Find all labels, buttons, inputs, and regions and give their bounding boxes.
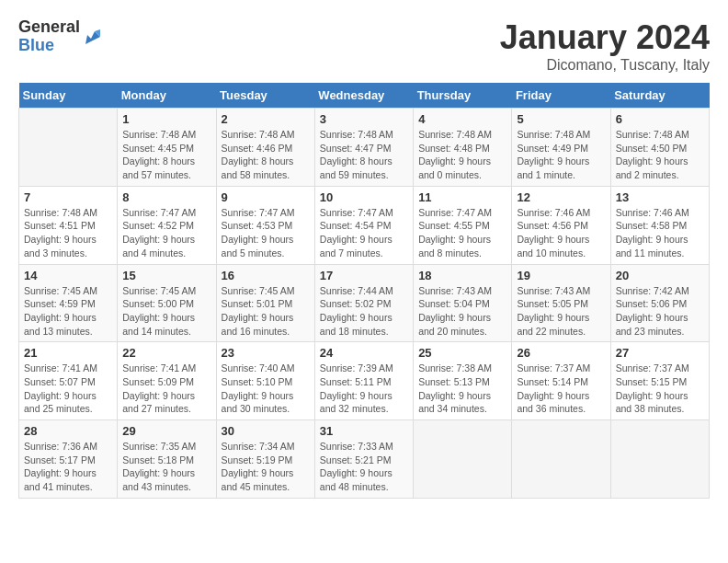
day-number: 1	[122, 112, 210, 126]
day-number: 9	[222, 190, 310, 204]
day-info: Sunrise: 7:48 AM Sunset: 4:50 PM Dayligh…	[616, 128, 704, 182]
calendar-week-5: 28Sunrise: 7:36 AM Sunset: 5:17 PM Dayli…	[19, 420, 710, 499]
day-header-wednesday: Wednesday	[314, 83, 413, 109]
calendar-cell: 25Sunrise: 7:38 AM Sunset: 5:13 PM Dayli…	[414, 342, 512, 420]
day-number: 7	[24, 190, 112, 204]
day-info: Sunrise: 7:45 AM Sunset: 5:01 PM Dayligh…	[222, 284, 310, 339]
day-header-tuesday: Tuesday	[216, 83, 314, 109]
calendar-cell: 23Sunrise: 7:40 AM Sunset: 5:10 PM Dayli…	[216, 342, 314, 420]
day-number: 29	[122, 424, 210, 438]
day-number: 11	[418, 190, 506, 204]
day-header-saturday: Saturday	[610, 83, 709, 109]
calendar-cell: 18Sunrise: 7:43 AM Sunset: 5:04 PM Dayli…	[414, 264, 512, 342]
day-info: Sunrise: 7:48 AM Sunset: 4:48 PM Dayligh…	[418, 128, 506, 182]
calendar-table: SundayMondayTuesdayWednesdayThursdayFrid…	[18, 83, 710, 499]
day-number: 5	[517, 112, 605, 126]
calendar-cell: 14Sunrise: 7:45 AM Sunset: 4:59 PM Dayli…	[19, 264, 118, 342]
day-info: Sunrise: 7:38 AM Sunset: 5:13 PM Dayligh…	[418, 362, 506, 416]
day-number: 21	[24, 346, 112, 360]
day-number: 22	[122, 346, 210, 360]
calendar-cell: 30Sunrise: 7:34 AM Sunset: 5:19 PM Dayli…	[216, 420, 314, 499]
day-number: 20	[616, 269, 704, 282]
day-info: Sunrise: 7:37 AM Sunset: 5:15 PM Dayligh…	[616, 362, 704, 416]
calendar-cell: 1Sunrise: 7:48 AM Sunset: 4:45 PM Daylig…	[118, 109, 216, 187]
day-info: Sunrise: 7:33 AM Sunset: 5:21 PM Dayligh…	[320, 440, 408, 494]
day-info: Sunrise: 7:48 AM Sunset: 4:51 PM Dayligh…	[24, 206, 112, 260]
calendar-cell: 5Sunrise: 7:48 AM Sunset: 4:49 PM Daylig…	[512, 109, 610, 187]
calendar-cell: 17Sunrise: 7:44 AM Sunset: 5:02 PM Dayli…	[314, 264, 413, 342]
day-number: 18	[418, 269, 506, 282]
calendar-week-1: 1Sunrise: 7:48 AM Sunset: 4:45 PM Daylig…	[19, 109, 710, 187]
calendar-cell: 22Sunrise: 7:41 AM Sunset: 5:09 PM Dayli…	[118, 342, 216, 420]
day-info: Sunrise: 7:44 AM Sunset: 5:02 PM Dayligh…	[320, 284, 408, 339]
calendar-cell: 13Sunrise: 7:46 AM Sunset: 4:58 PM Dayli…	[610, 186, 709, 264]
day-info: Sunrise: 7:34 AM Sunset: 5:19 PM Dayligh…	[222, 440, 310, 494]
day-number: 26	[517, 346, 605, 360]
day-header-thursday: Thursday	[414, 83, 512, 109]
calendar-cell: 31Sunrise: 7:33 AM Sunset: 5:21 PM Dayli…	[314, 420, 413, 499]
calendar-cell: 20Sunrise: 7:42 AM Sunset: 5:06 PM Dayli…	[610, 264, 709, 342]
day-number: 10	[320, 190, 408, 204]
calendar-cell: 24Sunrise: 7:39 AM Sunset: 5:11 PM Dayli…	[314, 342, 413, 420]
day-number: 19	[517, 269, 605, 282]
calendar-cell: 26Sunrise: 7:37 AM Sunset: 5:14 PM Dayli…	[512, 342, 610, 420]
calendar-cell: 16Sunrise: 7:45 AM Sunset: 5:01 PM Dayli…	[216, 264, 314, 342]
logo-general: General	[18, 18, 80, 37]
calendar-cell	[610, 420, 709, 499]
day-info: Sunrise: 7:47 AM Sunset: 4:53 PM Dayligh…	[222, 206, 310, 260]
day-number: 3	[320, 112, 408, 126]
calendar-cell: 9Sunrise: 7:47 AM Sunset: 4:53 PM Daylig…	[216, 186, 314, 264]
day-info: Sunrise: 7:37 AM Sunset: 5:14 PM Dayligh…	[517, 362, 605, 416]
day-info: Sunrise: 7:47 AM Sunset: 4:54 PM Dayligh…	[320, 206, 408, 260]
day-info: Sunrise: 7:40 AM Sunset: 5:10 PM Dayligh…	[222, 362, 310, 416]
calendar-cell: 10Sunrise: 7:47 AM Sunset: 4:54 PM Dayli…	[314, 186, 413, 264]
day-header-friday: Friday	[512, 83, 610, 109]
day-info: Sunrise: 7:47 AM Sunset: 4:55 PM Dayligh…	[418, 206, 506, 260]
day-number: 8	[122, 190, 210, 204]
day-header-sunday: Sunday	[19, 83, 118, 109]
calendar-cell: 8Sunrise: 7:47 AM Sunset: 4:52 PM Daylig…	[118, 186, 216, 264]
day-number: 12	[517, 190, 605, 204]
day-info: Sunrise: 7:43 AM Sunset: 5:04 PM Dayligh…	[418, 284, 506, 339]
day-info: Sunrise: 7:35 AM Sunset: 5:18 PM Dayligh…	[122, 440, 210, 494]
page-header: General Blue January 2024 Dicomano, Tusc…	[18, 18, 710, 74]
day-info: Sunrise: 7:41 AM Sunset: 5:07 PM Dayligh…	[24, 362, 112, 416]
day-number: 30	[222, 424, 310, 438]
day-info: Sunrise: 7:48 AM Sunset: 4:49 PM Dayligh…	[517, 128, 605, 182]
calendar-cell: 4Sunrise: 7:48 AM Sunset: 4:48 PM Daylig…	[414, 109, 512, 187]
day-info: Sunrise: 7:46 AM Sunset: 4:56 PM Dayligh…	[517, 206, 605, 260]
calendar-cell	[19, 109, 118, 187]
logo-icon	[82, 26, 104, 48]
day-number: 2	[222, 112, 310, 126]
day-number: 31	[320, 424, 408, 438]
calendar-cell: 2Sunrise: 7:48 AM Sunset: 4:46 PM Daylig…	[216, 109, 314, 187]
day-info: Sunrise: 7:36 AM Sunset: 5:17 PM Dayligh…	[24, 440, 112, 494]
day-header-monday: Monday	[118, 83, 216, 109]
calendar-week-3: 14Sunrise: 7:45 AM Sunset: 4:59 PM Dayli…	[19, 264, 710, 342]
logo-blue: Blue	[18, 37, 80, 55]
day-info: Sunrise: 7:45 AM Sunset: 4:59 PM Dayligh…	[24, 284, 112, 339]
calendar-cell: 27Sunrise: 7:37 AM Sunset: 5:15 PM Dayli…	[610, 342, 709, 420]
day-info: Sunrise: 7:45 AM Sunset: 5:00 PM Dayligh…	[122, 284, 210, 339]
calendar-cell: 3Sunrise: 7:48 AM Sunset: 4:47 PM Daylig…	[314, 109, 413, 187]
day-number: 4	[418, 112, 506, 126]
day-number: 6	[616, 112, 704, 126]
calendar-cell: 11Sunrise: 7:47 AM Sunset: 4:55 PM Dayli…	[414, 186, 512, 264]
logo: General Blue	[18, 18, 104, 55]
calendar-cell: 6Sunrise: 7:48 AM Sunset: 4:50 PM Daylig…	[610, 109, 709, 187]
day-number: 28	[24, 424, 112, 438]
location-subtitle: Dicomano, Tuscany, Italy	[500, 57, 710, 74]
day-info: Sunrise: 7:41 AM Sunset: 5:09 PM Dayligh…	[122, 362, 210, 416]
day-info: Sunrise: 7:48 AM Sunset: 4:45 PM Dayligh…	[122, 128, 210, 182]
day-number: 17	[320, 269, 408, 282]
day-number: 27	[616, 346, 704, 360]
calendar-week-4: 21Sunrise: 7:41 AM Sunset: 5:07 PM Dayli…	[19, 342, 710, 420]
calendar-cell	[512, 420, 610, 499]
calendar-cell: 28Sunrise: 7:36 AM Sunset: 5:17 PM Dayli…	[19, 420, 118, 499]
day-info: Sunrise: 7:42 AM Sunset: 5:06 PM Dayligh…	[616, 284, 704, 339]
day-info: Sunrise: 7:46 AM Sunset: 4:58 PM Dayligh…	[616, 206, 704, 260]
day-number: 25	[418, 346, 506, 360]
day-info: Sunrise: 7:43 AM Sunset: 5:05 PM Dayligh…	[517, 284, 605, 339]
day-number: 24	[320, 346, 408, 360]
day-info: Sunrise: 7:48 AM Sunset: 4:46 PM Dayligh…	[222, 128, 310, 182]
